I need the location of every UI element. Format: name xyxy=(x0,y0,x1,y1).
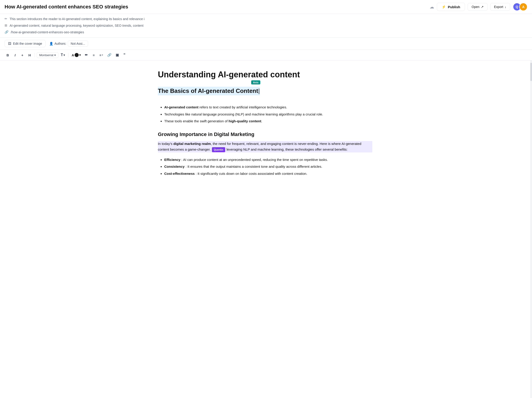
pencil-icon: ✏ xyxy=(5,17,7,20)
add-button[interactable]: + xyxy=(19,51,25,58)
list-button[interactable]: ≡ xyxy=(91,51,97,58)
bullet-item: Technologies like natural language proce… xyxy=(164,112,372,117)
gallery-button[interactable]: ▣ xyxy=(114,51,120,58)
meta-description-row: ✏ This section introduces the reader to … xyxy=(5,16,527,22)
link-icon: 🔗 xyxy=(5,30,8,34)
open-button[interactable]: Open ↗ xyxy=(468,3,487,11)
toolbar-separator-1 xyxy=(35,53,35,57)
section2-heading: Growing Importance in Digital Marketing xyxy=(158,131,372,137)
color-dropdown-icon: ▾ xyxy=(79,53,81,57)
highlight-button[interactable]: ✏ xyxy=(83,51,90,58)
toolbar-separator-2 xyxy=(68,53,69,57)
align-button[interactable]: ≡▾ xyxy=(98,51,105,58)
para-start: In today's xyxy=(158,142,173,146)
quote-icon: " xyxy=(123,53,126,58)
list-icon: ≡ xyxy=(93,53,95,57)
publish-label: Publish xyxy=(448,5,460,9)
para-bold: digital marketing realm xyxy=(173,142,211,146)
authors-label: Authors: xyxy=(55,42,66,45)
cloud-icon[interactable]: ☁ xyxy=(430,4,434,10)
meta-slug-row: 🔗 /how-ai-generated-content-enhances-seo… xyxy=(5,29,527,36)
heading-button[interactable]: H xyxy=(26,51,33,58)
font-size-label: T xyxy=(61,53,63,57)
section1-heading: The Basics of AI-generated Content| xyxy=(158,87,260,95)
italic-button[interactable]: I xyxy=(12,51,18,58)
link-button[interactable]: 🔗 xyxy=(106,51,113,58)
export-icon: ↓ xyxy=(505,5,506,9)
color-circle xyxy=(75,53,79,57)
bullet-bold: Cost-effectiveness xyxy=(164,172,195,175)
avatars: Q A xyxy=(513,3,527,11)
font-selector[interactable]: Montserrat ▾ xyxy=(37,52,58,58)
para-end: leveraging NLP and machine learning, the… xyxy=(226,148,348,151)
scrollbar-thumb[interactable] xyxy=(530,63,532,81)
bullet-bold: Efficiency xyxy=(164,158,180,161)
tag-icon: ⊞ xyxy=(5,24,7,27)
open-label: Open xyxy=(472,5,479,9)
meta-slug: /how-ai-generated-content-enhances-seo-s… xyxy=(11,30,84,35)
quentin-badge: Quentin xyxy=(212,147,225,152)
export-label: Export xyxy=(494,5,503,9)
meta-keywords: AI-generated content, natural language p… xyxy=(10,23,144,28)
scrollbar-track[interactable] xyxy=(530,60,532,398)
top-bar: How AI-generated content enhances SEO st… xyxy=(0,0,532,14)
export-button[interactable]: Export ↓ xyxy=(490,3,510,11)
authors-section: 👤 Authors: Not Assi... xyxy=(49,41,88,46)
font-name: Montserrat xyxy=(39,53,53,57)
bullet-bold: AI-generated content xyxy=(164,105,198,109)
cover-button-label: Edit the cover image xyxy=(13,42,42,45)
cover-image-button[interactable]: 🖼 Edit the cover image xyxy=(5,40,46,47)
bullet-text: refers to text created by artificial int… xyxy=(199,105,287,109)
publish-icon: ⚡ xyxy=(442,5,446,9)
gallery-icon: ▣ xyxy=(116,53,119,57)
meta-keywords-row: ⊞ AI-generated content, natural language… xyxy=(5,22,527,29)
main-heading: Understanding AI-generated content xyxy=(158,70,372,79)
meta-section: ✏ This section introduces the reader to … xyxy=(0,14,532,38)
link-icon: 🔗 xyxy=(107,53,112,57)
avatar-2[interactable]: A xyxy=(519,3,527,11)
person-icon: 👤 xyxy=(49,42,53,45)
section1-heading-wrapper: The Basics of AI-generated Content| Anis xyxy=(158,87,260,100)
quote-button[interactable]: " xyxy=(121,51,128,58)
toolbar-meta: 🖼 Edit the cover image 👤 Authors: Not As… xyxy=(0,38,532,50)
bullet-text: . xyxy=(261,119,262,123)
bullet-item: Cost-effectiveness : It significantly cu… xyxy=(164,171,372,177)
anis-badge: Anis xyxy=(251,80,260,84)
font-dropdown-icon: ▾ xyxy=(54,53,56,57)
font-size-dropdown-icon: ▾ xyxy=(63,53,65,57)
page-title: How AI-generated content enhances SEO st… xyxy=(5,4,427,10)
section1-bullets: AI-generated content refers to text crea… xyxy=(158,104,372,124)
formatting-toolbar: B I + H Montserrat ▾ T ▾ A ▾ ✏ ≡ ≡▾ 🔗 ▣ … xyxy=(0,50,532,60)
section2-paragraph: In today's digital marketing realm, the … xyxy=(158,141,372,153)
bullet-item: These tools enable the swift generation … xyxy=(164,118,372,124)
bullet-item: Efficiency : AI can produce content at a… xyxy=(164,157,372,163)
content-area: Understanding AI-generated content The B… xyxy=(0,60,532,398)
image-icon: 🖼 xyxy=(8,42,11,45)
bullet-item: Consistency : It ensures that the output… xyxy=(164,164,372,170)
open-icon: ↗ xyxy=(481,5,484,9)
highlight-icon: ✏ xyxy=(85,53,88,57)
top-bar-right: ⚡ Publish Open ↗ Export ↓ Q A xyxy=(437,3,527,11)
bullet-bold: Consistency xyxy=(164,165,184,168)
bullet-text: : AI can produce content at an unprecede… xyxy=(181,158,328,161)
editor-area[interactable]: Understanding AI-generated content The B… xyxy=(140,60,391,398)
align-icon: ≡▾ xyxy=(100,53,103,57)
font-size-selector[interactable]: T ▾ xyxy=(59,52,66,58)
bullet-bold: high-quality content xyxy=(228,119,261,123)
meta-description: This section introduces the reader to AI… xyxy=(10,17,144,21)
color-label: A xyxy=(72,53,74,57)
publish-button[interactable]: ⚡ Publish xyxy=(437,3,465,11)
section2-bullets: Efficiency : AI can produce content at a… xyxy=(158,157,372,177)
authors-value[interactable]: Not Assi... xyxy=(68,41,88,46)
bold-button[interactable]: B xyxy=(5,51,11,58)
bullet-text: : It significantly cuts down on labor co… xyxy=(196,172,307,175)
bullet-text: : It ensures that the output maintains a… xyxy=(185,165,322,168)
bullet-text: Technologies like natural language proce… xyxy=(164,112,323,116)
bullet-item: AI-generated content refers to text crea… xyxy=(164,104,372,110)
color-button[interactable]: A ▾ xyxy=(70,52,82,58)
bullet-text: These tools enable the swift generation … xyxy=(164,119,228,123)
